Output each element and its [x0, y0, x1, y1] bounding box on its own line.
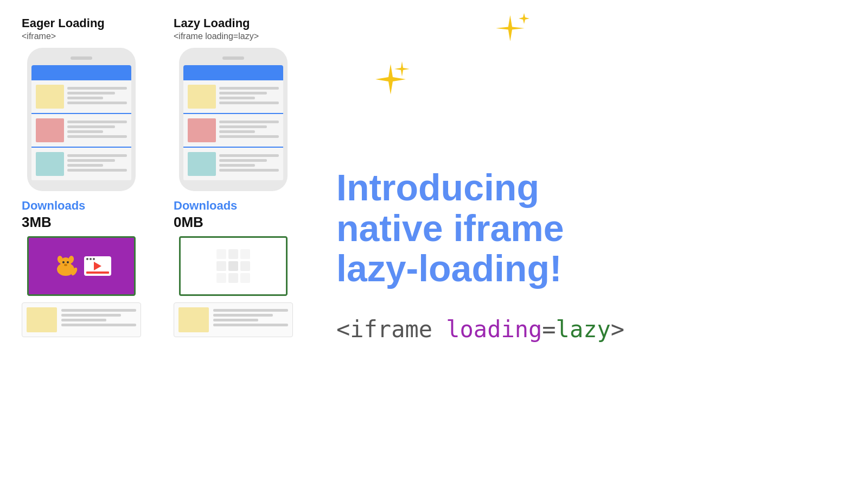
phone-content-lazy [183, 80, 283, 180]
lazy-below-phone [174, 302, 293, 337]
lazy-content-card [174, 302, 293, 337]
line [219, 87, 279, 90]
line [67, 97, 103, 99]
line [219, 130, 255, 133]
lazy-section-image-3 [188, 152, 216, 176]
lazy-phone-screen [183, 65, 283, 180]
right-section: Introducing native iframe lazy-loading! … [315, 16, 846, 483]
headline: Introducing native iframe lazy-loading! [336, 167, 846, 289]
eager-downloads-label: Downloads [22, 199, 141, 213]
eager-title: Eager Loading [22, 16, 141, 30]
dot [86, 258, 88, 260]
line [219, 135, 279, 138]
video-bar [86, 271, 109, 274]
card-lines [61, 307, 136, 326]
spinner-cell [240, 249, 250, 259]
phone-section-1 [31, 80, 131, 114]
svg-marker-10 [496, 15, 525, 41]
eager-downloads: Downloads 3MB [22, 199, 141, 231]
headline-line2: native iframe [336, 207, 564, 249]
code-loading-attr: loading [446, 316, 542, 343]
eager-phone [27, 48, 136, 191]
lazy-loading-column: Lazy Loading <iframe loading=lazy> [174, 16, 293, 483]
lazy-section-lines-3 [219, 152, 279, 172]
phone-section-2 [31, 114, 131, 148]
lazy-subtitle: <iframe loading=lazy> [174, 31, 293, 41]
phone-speaker-lazy [222, 56, 244, 60]
loading-spinner [216, 249, 250, 283]
eager-loading-column: Eager Loading <iframe> [22, 16, 141, 483]
line [61, 309, 136, 312]
dot [93, 258, 95, 260]
line [61, 319, 106, 321]
line [219, 154, 279, 157]
lazy-title: Lazy Loading [174, 16, 293, 30]
headline-line1: Introducing [336, 167, 539, 208]
left-section: Eager Loading <iframe> [22, 16, 293, 483]
section-image-3 [36, 152, 64, 176]
line [219, 102, 279, 104]
dog-icon [52, 252, 80, 280]
line [219, 121, 279, 123]
lazy-downloads-label: Downloads [174, 199, 293, 213]
line [67, 121, 127, 123]
spinner-cell [240, 273, 250, 283]
play-button-icon [94, 262, 101, 270]
line [219, 164, 255, 167]
line [219, 97, 255, 99]
phone-section-3 [31, 148, 131, 180]
section-lines-1 [67, 85, 127, 104]
lazy-section-lines-2 [219, 118, 279, 138]
line [67, 154, 127, 157]
spinner-cell [228, 261, 238, 271]
line [67, 92, 115, 94]
code-snippet: <iframe loading=lazy> [336, 316, 846, 343]
lazy-phone [179, 48, 288, 191]
video-dots [86, 258, 95, 260]
sparkle-abs [494, 11, 537, 56]
phone-header-bar [31, 65, 131, 80]
svg-marker-9 [394, 61, 410, 77]
headline-line3: lazy-loading! [336, 248, 562, 289]
line [67, 164, 103, 167]
eager-downloads-size: 3MB [22, 214, 141, 231]
spinner-cell [216, 261, 226, 271]
spinner-cell [228, 273, 238, 283]
lazy-card-lines [213, 307, 288, 326]
svg-point-7 [64, 264, 67, 266]
lazy-section-image-2 [188, 118, 216, 142]
line [67, 125, 115, 128]
lazy-downloads-size: 0MB [174, 214, 293, 231]
lazy-section-image-1 [188, 85, 216, 109]
line [67, 130, 103, 133]
lazy-phone-section-3 [183, 148, 283, 180]
line [219, 159, 267, 162]
sparkle-icon [369, 59, 412, 102]
line [219, 125, 267, 128]
line [213, 314, 273, 317]
spinner-cell [228, 249, 238, 259]
code-lazy-value: lazy [556, 316, 611, 343]
code-iframe-part: <iframe [336, 316, 446, 343]
line [67, 102, 127, 104]
line [219, 169, 279, 172]
section-image-2 [36, 118, 64, 142]
line [213, 309, 288, 312]
main-container: Eager Loading <iframe> [0, 0, 868, 499]
dot [90, 258, 92, 260]
line [67, 169, 127, 172]
lazy-downloads: Downloads 0MB [174, 199, 293, 231]
lazy-card-image [178, 307, 209, 332]
code-equals: = [542, 316, 556, 343]
section-lines-3 [67, 152, 127, 172]
section-lines-2 [67, 118, 127, 138]
line [219, 92, 267, 94]
eager-iframe-preview [27, 236, 136, 296]
card-image [27, 307, 57, 332]
line [67, 159, 115, 162]
eager-subtitle: <iframe> [22, 31, 141, 41]
eager-header: Eager Loading <iframe> [22, 16, 141, 41]
svg-marker-11 [519, 13, 529, 24]
spinner-cell [216, 249, 226, 259]
line [61, 324, 136, 326]
